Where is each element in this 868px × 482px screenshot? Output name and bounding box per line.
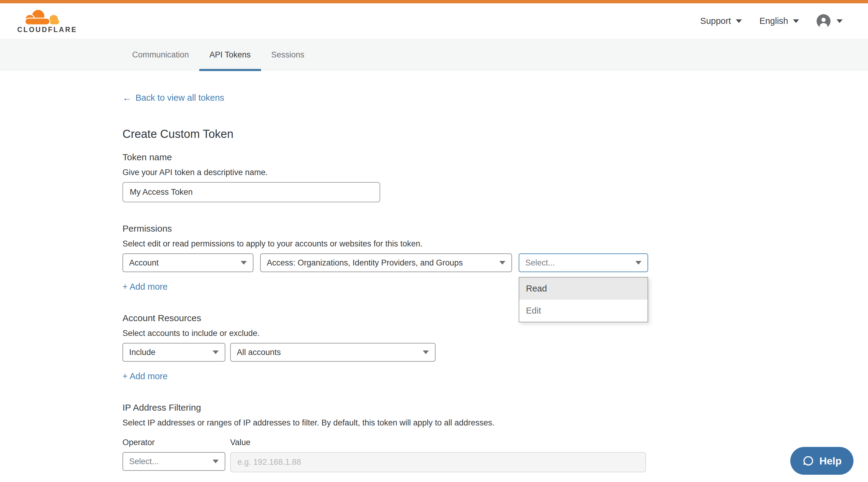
permissions-heading: Permissions bbox=[123, 223, 868, 234]
resource-mode-value: Include bbox=[129, 348, 155, 357]
chevron-down-icon bbox=[636, 261, 642, 265]
chevron-down-icon bbox=[423, 350, 429, 354]
chevron-down-icon bbox=[837, 19, 843, 23]
token-name-input[interactable] bbox=[123, 182, 380, 202]
cloudflare-logo[interactable]: CLOUDFLARE bbox=[17, 8, 77, 34]
account-resources-description: Select accounts to include or exclude. bbox=[123, 329, 868, 338]
account-resources-heading: Account Resources bbox=[123, 313, 868, 323]
help-button[interactable]: Help bbox=[790, 447, 854, 475]
permission-scope-select[interactable]: Account bbox=[123, 253, 253, 272]
page-title: Create Custom Token bbox=[123, 128, 868, 140]
ip-operator-placeholder: Select... bbox=[129, 457, 159, 466]
chevron-down-icon bbox=[241, 261, 247, 265]
back-link-label: Back to view all tokens bbox=[135, 93, 224, 103]
chevron-down-icon bbox=[793, 19, 799, 23]
ip-filtering-labels: Operator Value bbox=[123, 438, 868, 447]
cloudflare-wordmark: CLOUDFLARE bbox=[17, 26, 77, 34]
support-menu[interactable]: Support bbox=[700, 16, 742, 26]
operator-label: Operator bbox=[123, 438, 225, 447]
ip-operator-select[interactable]: Select... bbox=[123, 452, 225, 471]
ip-filtering-heading: IP Address Filtering bbox=[123, 403, 868, 413]
ip-filtering-section: IP Address Filtering Select IP addresses… bbox=[123, 403, 868, 472]
chat-bubble-icon bbox=[802, 454, 815, 467]
value-label: Value bbox=[230, 438, 646, 447]
account-resources-row: Include All accounts bbox=[123, 343, 868, 362]
resource-accounts-value: All accounts bbox=[237, 348, 281, 357]
language-label: English bbox=[760, 16, 788, 26]
back-arrow-icon: ← bbox=[123, 93, 132, 102]
token-name-description: Give your API token a descriptive name. bbox=[123, 168, 868, 177]
permission-access-placeholder: Select... bbox=[525, 258, 555, 268]
permissions-row: Account Access: Organizations, Identity … bbox=[123, 253, 868, 272]
cloudflare-cloud-icon bbox=[17, 8, 66, 25]
permission-access-select[interactable]: Select... Read Edit bbox=[519, 253, 648, 272]
ip-filtering-row: Select... bbox=[123, 452, 868, 472]
permission-group-value: Access: Organizations, Identity Provider… bbox=[267, 258, 463, 268]
chevron-down-icon bbox=[499, 261, 505, 265]
resource-accounts-select[interactable]: All accounts bbox=[230, 343, 435, 362]
main-content: ← Back to view all tokens Create Custom … bbox=[0, 71, 868, 472]
tab-communication[interactable]: Communication bbox=[122, 39, 199, 71]
permissions-section: Permissions Select edit or read permissi… bbox=[123, 223, 868, 292]
help-button-label: Help bbox=[819, 455, 842, 467]
permissions-description: Select edit or read permissions to apply… bbox=[123, 239, 868, 249]
brand-accent-bar bbox=[0, 0, 868, 3]
menu-item-read[interactable]: Read bbox=[519, 278, 648, 300]
resource-mode-select[interactable]: Include bbox=[123, 343, 225, 362]
permission-scope-value: Account bbox=[129, 258, 159, 268]
token-name-heading: Token name bbox=[123, 152, 868, 162]
permissions-add-more-link[interactable]: + Add more bbox=[123, 282, 167, 292]
profile-tabbar: Communication API Tokens Sessions bbox=[0, 39, 868, 71]
account-resources-section: Account Resources Select accounts to inc… bbox=[123, 313, 868, 381]
tab-api-tokens[interactable]: API Tokens bbox=[199, 39, 261, 71]
access-dropdown-menu: Read Edit bbox=[519, 277, 648, 322]
chevron-down-icon bbox=[213, 350, 219, 354]
chevron-down-icon bbox=[736, 19, 742, 23]
header: CLOUDFLARE Support English bbox=[0, 3, 868, 39]
permission-group-select[interactable]: Access: Organizations, Identity Provider… bbox=[260, 253, 512, 272]
tab-sessions[interactable]: Sessions bbox=[261, 39, 315, 71]
user-avatar-icon bbox=[816, 14, 831, 28]
back-to-tokens-link[interactable]: ← Back to view all tokens bbox=[123, 93, 224, 103]
language-menu[interactable]: English bbox=[760, 16, 799, 26]
ip-value-input[interactable] bbox=[230, 452, 646, 472]
account-resources-add-more-link[interactable]: + Add more bbox=[123, 371, 167, 381]
top-navigation: Support English bbox=[700, 14, 843, 28]
account-menu[interactable] bbox=[816, 14, 843, 28]
support-label: Support bbox=[700, 16, 731, 26]
ip-filtering-description: Select IP addresses or ranges of IP addr… bbox=[123, 418, 868, 427]
menu-item-edit[interactable]: Edit bbox=[519, 300, 648, 322]
token-name-section: Token name Give your API token a descrip… bbox=[123, 152, 868, 202]
chevron-down-icon bbox=[213, 460, 219, 463]
